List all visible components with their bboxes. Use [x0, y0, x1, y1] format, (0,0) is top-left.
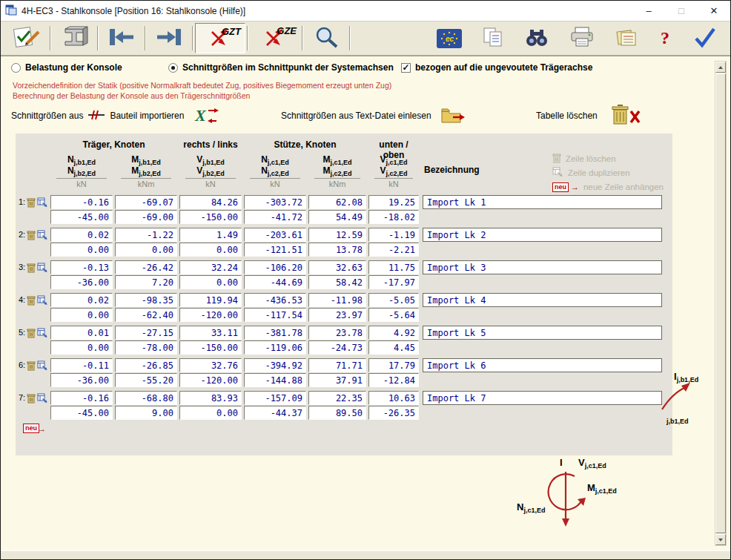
- radio-belastung[interactable]: Belastung der Konsole: [11, 62, 122, 73]
- maximize-button[interactable]: □: [665, 1, 698, 21]
- force-value-cell[interactable]: -203.61: [244, 228, 306, 242]
- force-value-cell[interactable]: -27.15: [115, 326, 177, 340]
- gze-button[interactable]: GZE: [250, 23, 300, 53]
- force-value-cell[interactable]: -17.97: [368, 275, 419, 289]
- bezeichnung-field[interactable]: Import Lk 5: [423, 326, 662, 340]
- force-value-cell[interactable]: -106.20: [244, 260, 306, 274]
- menu-duplicate-row[interactable]: Zeile duplizieren: [552, 167, 664, 179]
- delete-row-icon[interactable]: [27, 328, 36, 338]
- force-value-cell[interactable]: -117.54: [244, 308, 306, 322]
- force-value-cell[interactable]: -11.98: [308, 293, 366, 307]
- force-value-cell[interactable]: -62.40: [115, 308, 177, 322]
- delete-row-icon[interactable]: [27, 197, 36, 208]
- force-value-cell[interactable]: -394.92: [244, 358, 306, 372]
- bezeichnung-field[interactable]: Import Lk 3: [423, 260, 662, 274]
- force-value-cell[interactable]: -41.72: [244, 210, 306, 224]
- force-value-cell[interactable]: -36.00: [50, 373, 113, 387]
- force-value-cell[interactable]: -0.13: [50, 260, 113, 274]
- bezeichnung-field[interactable]: Import Lk 4: [423, 293, 662, 307]
- duplicate-row-icon[interactable]: [37, 263, 48, 273]
- force-value-cell[interactable]: -36.00: [50, 275, 113, 289]
- force-value-cell[interactable]: -69.00: [115, 210, 177, 224]
- close-button[interactable]: ✕: [698, 1, 730, 21]
- force-value-cell[interactable]: -0.16: [50, 195, 113, 209]
- force-value-cell[interactable]: 71.71: [308, 358, 366, 372]
- force-value-cell[interactable]: -5.64: [368, 308, 419, 322]
- force-value-cell[interactable]: 0.00: [50, 243, 113, 257]
- copy-button[interactable]: [478, 26, 508, 51]
- notes-button[interactable]: [612, 26, 641, 51]
- force-value-cell[interactable]: -1.19: [368, 228, 419, 242]
- force-value-cell[interactable]: -18.02: [368, 210, 419, 224]
- force-value-cell[interactable]: -98.35: [115, 293, 177, 307]
- force-value-cell[interactable]: 83.93: [179, 391, 242, 405]
- duplicate-row-icon[interactable]: [37, 360, 48, 371]
- force-value-cell[interactable]: -120.00: [179, 308, 242, 322]
- checkbox-checked-icon[interactable]: ✓: [401, 63, 411, 73]
- force-value-cell[interactable]: 17.79: [368, 358, 419, 372]
- force-value-cell[interactable]: 4.92: [368, 326, 419, 340]
- force-value-cell[interactable]: -2.21: [368, 243, 419, 257]
- force-value-cell[interactable]: -1.22: [115, 228, 177, 242]
- confirm-button[interactable]: [689, 25, 720, 52]
- force-value-cell[interactable]: -78.00: [115, 340, 177, 355]
- radio-selected-icon[interactable]: [168, 63, 178, 73]
- force-value-cell[interactable]: -26.42: [115, 260, 177, 274]
- force-value-cell[interactable]: 0.00: [179, 275, 242, 289]
- dock-left-button[interactable]: [100, 23, 143, 53]
- delete-row-icon[interactable]: [27, 263, 36, 273]
- vertical-scrollbar[interactable]: [715, 61, 727, 546]
- force-value-cell[interactable]: -303.72: [244, 195, 306, 209]
- force-value-cell[interactable]: 1.49: [179, 228, 242, 242]
- force-value-cell[interactable]: -55.20: [115, 373, 177, 387]
- force-value-cell[interactable]: 0.00: [179, 243, 242, 257]
- checkbox-traegerachse[interactable]: ✓ bezogen auf die ungevoutete Trägerachs…: [401, 62, 592, 73]
- eurocode-button[interactable]: ec: [434, 29, 465, 48]
- force-value-cell[interactable]: -0.16: [50, 391, 113, 405]
- force-value-cell[interactable]: 119.94: [179, 293, 242, 307]
- force-value-cell[interactable]: 32.76: [179, 358, 242, 372]
- force-value-cell[interactable]: 23.78: [308, 326, 366, 340]
- force-value-cell[interactable]: 33.11: [179, 326, 242, 340]
- radio-schnittgroessen[interactable]: Schnittgrößen im Schnittpunkt der System…: [168, 62, 394, 73]
- force-value-cell[interactable]: 0.00: [50, 308, 113, 322]
- duplicate-row-icon[interactable]: [37, 197, 48, 208]
- title-bar[interactable]: 4H-EC3 - Stahlkonsole [Position 16: Stah…: [1, 1, 730, 22]
- force-value-cell[interactable]: 7.20: [115, 275, 177, 289]
- import-from-textfile-button[interactable]: Schnittgrößen aus Text-Datei einlesen: [281, 104, 466, 128]
- force-value-cell[interactable]: -68.80: [115, 391, 177, 405]
- force-value-cell[interactable]: 0.00: [50, 340, 113, 355]
- force-value-cell[interactable]: 58.42: [308, 275, 366, 289]
- force-value-cell[interactable]: -119.06: [244, 340, 306, 355]
- print-button[interactable]: [566, 26, 598, 51]
- duplicate-row-icon[interactable]: [37, 393, 48, 403]
- force-value-cell[interactable]: -45.00: [50, 406, 113, 420]
- delete-row-icon[interactable]: [27, 393, 36, 403]
- scrollbar-thumb[interactable]: [715, 73, 726, 533]
- bezeichnung-field[interactable]: Import Lk 1: [423, 195, 662, 209]
- search-button[interactable]: [521, 27, 552, 50]
- force-value-cell[interactable]: 32.63: [308, 260, 366, 274]
- force-value-cell[interactable]: 23.97: [308, 308, 366, 322]
- duplicate-row-icon[interactable]: [37, 295, 48, 306]
- bezeichnung-field[interactable]: Import Lk 2: [423, 228, 662, 242]
- zoom-button[interactable]: [305, 23, 348, 53]
- force-value-cell[interactable]: -157.09: [244, 391, 306, 405]
- help-button[interactable]: ?: [655, 28, 675, 48]
- force-value-cell[interactable]: -26.35: [368, 406, 419, 420]
- duplicate-row-icon[interactable]: [37, 328, 48, 338]
- edit-input-button[interactable]: [5, 23, 48, 53]
- delete-row-icon[interactable]: [27, 295, 36, 306]
- menu-append-row[interactable]: neu → neue Zeile anhängen: [552, 181, 664, 193]
- force-value-cell[interactable]: 32.24: [179, 260, 242, 274]
- duplicate-row-icon[interactable]: [37, 230, 48, 240]
- scroll-up-button[interactable]: [715, 62, 726, 73]
- steel-section-button[interactable]: [53, 23, 96, 53]
- force-value-cell[interactable]: -0.11: [50, 358, 113, 372]
- force-value-cell[interactable]: 0.00: [179, 406, 242, 420]
- force-value-cell[interactable]: -120.00: [179, 373, 242, 387]
- force-value-cell[interactable]: -381.78: [244, 326, 306, 340]
- force-value-cell[interactable]: -69.07: [115, 195, 177, 209]
- force-value-cell[interactable]: 0.00: [115, 243, 177, 257]
- force-value-cell[interactable]: -150.00: [179, 340, 242, 355]
